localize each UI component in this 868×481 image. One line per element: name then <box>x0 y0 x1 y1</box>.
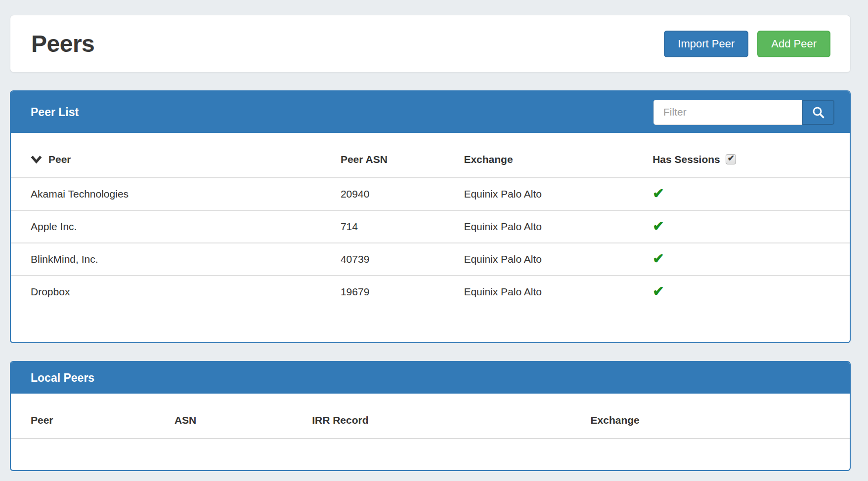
sort-chevron-down-icon <box>31 156 42 163</box>
peer-asn-cell: 40739 <box>341 243 464 276</box>
page-title: Peers <box>31 30 94 57</box>
peer-list-title: Peer List <box>31 106 79 119</box>
peer-name-cell: BlinkMind, Inc. <box>11 243 341 276</box>
local-peers-heading: Local Peers <box>11 362 850 394</box>
has-sessions-checkbox[interactable] <box>726 154 736 164</box>
check-icon <box>652 218 664 234</box>
filter-group <box>653 100 834 125</box>
column-header-local-exchange: Exchange <box>591 394 850 439</box>
peer-name-cell: Dropbox <box>11 276 341 308</box>
header-buttons: Import Peer Add Peer <box>664 31 830 57</box>
column-header-has-sessions[interactable]: Has Sessions <box>652 133 850 178</box>
column-header-local-irr-record: IRR Record <box>312 394 590 439</box>
peer-has-sessions-cell <box>652 210 850 243</box>
peer-list-panel: Peer List Peer <box>10 90 851 343</box>
peer-has-sessions-cell <box>652 243 850 276</box>
column-header-peer[interactable]: Peer <box>11 133 341 178</box>
column-label-peer-asn: Peer ASN <box>341 154 388 165</box>
import-peer-button[interactable]: Import Peer <box>664 31 748 57</box>
peer-list-bottom-spacer <box>11 308 850 342</box>
check-icon <box>652 283 664 299</box>
local-peers-title: Local Peers <box>31 371 94 385</box>
peer-asn-cell: 19679 <box>341 276 464 308</box>
column-header-local-asn: ASN <box>174 394 312 439</box>
peer-table-row[interactable]: Akamai Technologies 20940 Equinix Palo A… <box>11 178 850 210</box>
column-label-has-sessions: Has Sessions <box>652 154 720 165</box>
peer-list-table: Peer Peer ASN Exchange Has Sessions Akam… <box>11 133 850 308</box>
local-peers-table: Peer ASN IRR Record Exchange <box>11 394 850 470</box>
peer-list-heading: Peer List <box>11 91 850 133</box>
search-icon <box>812 106 825 119</box>
peer-asn-cell: 714 <box>341 210 464 243</box>
page: Peers Import Peer Add Peer Peer List <box>0 0 868 481</box>
column-label-peer: Peer <box>48 154 71 165</box>
search-button[interactable] <box>802 100 834 125</box>
local-peers-panel: Local Peers Peer ASN IRR Record Exchange <box>10 361 851 471</box>
local-peers-header-row: Peer ASN IRR Record Exchange <box>11 394 850 439</box>
peer-exchange-cell: Equinix Palo Alto <box>464 210 652 243</box>
column-label-local-irr-record: IRR Record <box>312 414 368 426</box>
check-icon <box>652 186 664 201</box>
peer-name-cell: Akamai Technologies <box>11 178 341 210</box>
column-label-local-asn: ASN <box>174 414 196 426</box>
peer-has-sessions-cell <box>652 276 850 308</box>
column-header-local-peer: Peer <box>11 394 174 439</box>
column-label-local-peer: Peer <box>31 414 53 426</box>
peer-exchange-cell: Equinix Palo Alto <box>464 243 652 276</box>
peer-table-row[interactable]: BlinkMind, Inc. 40739 Equinix Palo Alto <box>11 243 850 276</box>
local-peers-empty-row <box>11 439 850 470</box>
column-header-exchange[interactable]: Exchange <box>464 133 652 178</box>
peer-exchange-cell: Equinix Palo Alto <box>464 178 652 210</box>
peer-has-sessions-cell <box>652 178 850 210</box>
page-header-panel: Peers Import Peer Add Peer <box>10 15 851 73</box>
peer-table-row[interactable]: Dropbox 19679 Equinix Palo Alto <box>11 276 850 308</box>
peer-exchange-cell: Equinix Palo Alto <box>464 276 652 308</box>
column-label-exchange: Exchange <box>464 154 513 165</box>
column-header-peer-asn[interactable]: Peer ASN <box>341 133 464 178</box>
column-label-local-exchange: Exchange <box>591 414 640 426</box>
add-peer-button[interactable]: Add Peer <box>757 31 830 57</box>
peer-name-cell: Apple Inc. <box>11 210 341 243</box>
peer-asn-cell: 20940 <box>341 178 464 210</box>
filter-input[interactable] <box>653 100 802 125</box>
peer-list-header-row: Peer Peer ASN Exchange Has Sessions <box>11 133 850 178</box>
peer-table-row[interactable]: Apple Inc. 714 Equinix Palo Alto <box>11 210 850 243</box>
check-icon <box>652 251 664 266</box>
